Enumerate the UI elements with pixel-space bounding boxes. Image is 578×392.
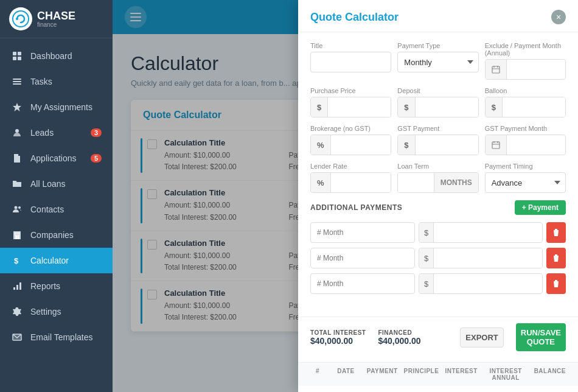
payment-amount-input-3[interactable]: 0.00	[434, 274, 542, 293]
sidebar-item-contacts[interactable]: Contacts	[0, 197, 113, 222]
svg-rect-7	[13, 81, 21, 82]
star-icon	[11, 101, 23, 113]
svg-rect-17	[16, 233, 18, 234]
payment-row-2: $ 0.00	[310, 248, 566, 268]
balloon-input-group: $	[485, 97, 566, 117]
payment-amount-group-1: $ 0.00	[419, 222, 543, 243]
form-group-purchase-price: Purchase Price $	[310, 87, 391, 117]
grid-icon	[11, 50, 23, 62]
add-payment-button[interactable]: + Payment	[515, 200, 566, 215]
svg-rect-24	[16, 285, 18, 290]
sidebar-item-my-assignments[interactable]: My Assignments	[0, 94, 113, 120]
purchase-price-prefix: $	[311, 97, 328, 117]
lender-rate-input[interactable]	[331, 173, 391, 192]
svg-rect-16	[15, 233, 16, 234]
additional-payments-title: ADDITIONAL PAYMENTS	[310, 203, 402, 212]
form-row-2: Purchase Price $ Deposit $	[310, 87, 566, 117]
loan-term-suffix: MONTHS	[434, 173, 478, 192]
deposit-input[interactable]	[416, 97, 478, 117]
loan-term-label: Loan Term	[397, 163, 478, 170]
svg-point-12	[18, 206, 21, 209]
gst-payment-input-group: $	[397, 135, 478, 155]
exclude-calendar-button[interactable]	[486, 60, 507, 79]
svg-rect-20	[16, 234, 18, 236]
delete-payment-button-3[interactable]	[546, 273, 566, 294]
logo-text: CHASE	[37, 10, 75, 21]
gst-calendar-button[interactable]	[486, 135, 507, 155]
modal-close-button[interactable]: ×	[551, 10, 566, 24]
loan-term-input[interactable]	[398, 173, 433, 192]
payment-amount-input-2[interactable]: 0.00	[434, 248, 542, 268]
gst-payment-input[interactable]	[416, 135, 478, 155]
modal-title: Quote Calculator	[310, 11, 399, 24]
sidebar-item-reports[interactable]: Reports	[0, 273, 113, 299]
sidebar-item-leads[interactable]: Leads 3	[0, 120, 113, 145]
sidebar-item-tasks[interactable]: Tasks	[0, 69, 113, 94]
svg-rect-2	[13, 52, 16, 55]
sidebar-label-contacts: Contacts	[30, 205, 64, 214]
sidebar-item-email-templates[interactable]: Email Templates	[0, 324, 113, 350]
export-button[interactable]: EXPORT	[460, 327, 503, 348]
svg-rect-18	[18, 233, 19, 234]
file-icon	[11, 152, 23, 164]
gst-month-text-input[interactable]	[507, 135, 565, 155]
modal-body: Title Payment Type Monthly Fortnightly W…	[298, 32, 578, 317]
svg-marker-9	[13, 103, 21, 111]
payment-amount-prefix-2: $	[419, 248, 434, 268]
svg-rect-19	[15, 234, 16, 236]
payment-month-input-1[interactable]	[310, 222, 415, 243]
delete-payment-button-1[interactable]	[546, 222, 566, 243]
brokerage-input[interactable]	[331, 135, 391, 155]
total-interest-item: TOTAL INTEREST $40,000.00	[310, 329, 366, 346]
form-group-lender-rate: Lender Rate %	[310, 163, 391, 193]
sidebar-label-applications: Applications	[30, 153, 77, 163]
svg-rect-5	[18, 57, 21, 60]
form-group-exclude-payment: Exclude / Payment Month (Annual)	[485, 42, 566, 80]
form-group-title: Title	[310, 42, 391, 80]
payment-month-input-2[interactable]	[310, 248, 415, 268]
svg-point-10	[15, 129, 19, 133]
balloon-input[interactable]	[503, 97, 565, 117]
logo-sub: finance	[37, 21, 75, 28]
users-icon	[11, 203, 23, 215]
main-content: Calculator Quickly and eaily get data fo…	[113, 0, 578, 392]
payment-type-label: Payment Type	[397, 42, 478, 49]
svg-rect-23	[13, 287, 15, 290]
financed-item: FINANCED $40,000.00	[378, 329, 420, 346]
sidebar-item-dashboard[interactable]: Dashboard	[0, 43, 113, 69]
svg-rect-4	[13, 57, 16, 60]
run-save-button[interactable]: RUN/SAVE QUOTE	[516, 323, 566, 351]
form-group-gst-payment-month: GST Payment Month	[485, 125, 566, 155]
sidebar-item-companies[interactable]: Companies	[0, 222, 113, 248]
payment-timing-select[interactable]: Advance Arrears	[485, 172, 566, 193]
gst-payment-month-input	[485, 135, 566, 155]
form-group-balloon: Balloon $	[485, 87, 566, 117]
brokerage-prefix: %	[311, 135, 331, 155]
form-row-4: Lender Rate % Loan Term MONTHS	[310, 163, 566, 193]
deposit-prefix: $	[398, 97, 415, 117]
table-col-balance: BALANCE	[534, 368, 566, 381]
purchase-price-input[interactable]	[328, 97, 391, 117]
sidebar-item-calculator[interactable]: $ Calculator	[0, 248, 113, 273]
sidebar-item-applications[interactable]: Applications 5	[0, 145, 113, 171]
sidebar-item-settings[interactable]: Settings	[0, 299, 113, 324]
svg-point-0	[13, 11, 29, 27]
sidebar-label-companies: Companies	[30, 230, 74, 240]
balloon-prefix: $	[486, 97, 503, 117]
exclude-payment-text-input[interactable]	[507, 60, 565, 79]
delete-payment-button-2[interactable]	[546, 248, 566, 268]
title-input[interactable]	[310, 52, 391, 72]
list-icon	[11, 75, 23, 88]
sidebar-item-all-loans[interactable]: All Loans	[0, 171, 113, 197]
payment-type-select[interactable]: Monthly Fortnightly Weekly	[397, 52, 478, 72]
sidebar-nav: Dashboard Tasks My Assignments Leads 3	[0, 38, 113, 392]
sidebar-label-leads: Leads	[30, 128, 54, 138]
form-group-payment-timing: Payment Timing Advance Arrears	[485, 163, 566, 193]
payment-month-input-3[interactable]	[310, 273, 415, 294]
table-col-principle: PRINCIPLE	[404, 368, 439, 381]
payment-amount-input-1[interactable]: 0.00	[434, 223, 542, 242]
results-table-header: # DATE PAYMENT PRINCIPLE INTEREST INTERE…	[298, 362, 578, 386]
payment-row-3: $ 0.00	[310, 273, 566, 294]
lender-rate-prefix: %	[311, 173, 331, 192]
dollar-icon: $	[11, 254, 23, 267]
